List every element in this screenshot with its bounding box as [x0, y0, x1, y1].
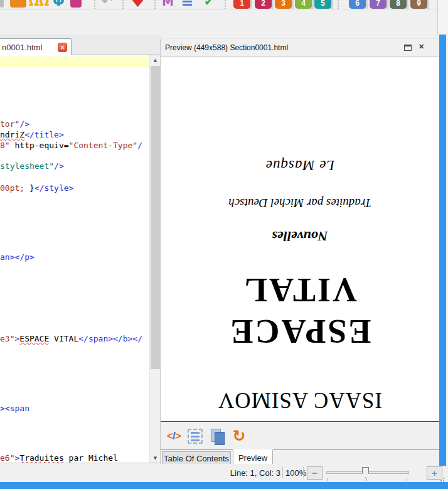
tab-label: n0001.html: [2, 43, 42, 52]
undock-icon[interactable]: [404, 45, 412, 51]
select-all-icon[interactable]: [188, 429, 203, 444]
desktop-edge-right: [439, 35, 446, 466]
scrollbar-thumb[interactable]: [151, 66, 160, 369]
sigil-window: ΩΩΦ↶♥M≡✔123456789 n0001.html ✕ tor"/>ndr…: [0, 0, 448, 489]
heading-9-icon[interactable]: 9: [410, 0, 427, 9]
book-title: ESPACE VITAL: [161, 269, 439, 352]
image-icon[interactable]: [10, 0, 26, 8]
index-list-icon[interactable]: ≡: [181, 0, 193, 9]
code-line: an></p>: [0, 252, 35, 263]
book-title-line1: ESPACE: [228, 313, 371, 350]
heading-1-icon[interactable]: 1: [233, 0, 250, 9]
rendered-page-rotated-180: ISAAC ASIMOV ESPACE VITAL Nouvelles Trad…: [161, 57, 439, 421]
heading-3-icon[interactable]: 3: [275, 0, 292, 9]
code-editor[interactable]: tor"/>ndriZ</title>8" http-equiv="Conten…: [0, 55, 161, 463]
code-line: e3">ESPACE VITAL</span></b></: [0, 334, 142, 345]
book-author: ISAAC ASIMOV: [161, 387, 439, 421]
top-right-corner: [437, 0, 448, 35]
code-line: 8" http-equiv="Content-Type"/: [0, 141, 142, 151]
toolbar-grip: [122, 0, 124, 9]
zoom-slider[interactable]: [326, 466, 409, 480]
preview-panel-header: Preview (449x588) Section0001.html ✕: [161, 39, 439, 56]
statusbar-divider: [303, 467, 304, 478]
refresh-icon[interactable]: ↻: [233, 428, 246, 444]
preview-viewport: ISAAC ASIMOV ESPACE VITAL Nouvelles Trad…: [161, 56, 439, 422]
preview-panel-title: Preview (449x588) Section0001.html: [165, 43, 288, 52]
book-translator: Traduites par Michel Deutsch: [161, 196, 439, 210]
toolbar-grip: [225, 0, 227, 9]
toolbar-grip: [154, 0, 156, 9]
scroll-up-icon[interactable]: ▲: [150, 55, 161, 65]
undo-icon[interactable]: ↶: [102, 0, 113, 9]
desktop-edge-bottom: [0, 482, 448, 489]
special-characters-icon[interactable]: ΩΩ: [29, 0, 49, 9]
clipped-icon[interactable]: [0, 0, 4, 8]
editor-tab-bar: n0001.html ✕: [0, 35, 161, 55]
toolbar-grip: [338, 0, 339, 9]
heading-5-icon[interactable]: 5: [314, 0, 331, 9]
tab-section0001[interactable]: n0001.html ✕: [0, 38, 72, 56]
donate-heart-icon[interactable]: ♥: [131, 0, 145, 9]
panel-close-icon[interactable]: ✕: [419, 43, 424, 51]
cursor-position: Line: 1, Col: 3: [230, 468, 280, 478]
editor-scrollbar[interactable]: ▲ ▼: [149, 55, 160, 463]
code-line: ><span: [0, 404, 29, 414]
tab-close-icon[interactable]: ✕: [58, 43, 67, 52]
resize-grip[interactable]: [439, 476, 444, 481]
zoom-slider-handle[interactable]: [362, 467, 369, 478]
clipped-pink-icon[interactable]: [70, 0, 82, 8]
code-line: stylesheet"/>: [0, 161, 64, 172]
heading-6-icon[interactable]: 6: [349, 0, 366, 9]
code-line: e6">Traduites par Michel: [0, 453, 118, 463]
book-title-line2: VITAL: [243, 271, 357, 309]
current-line-highlight: [0, 56, 149, 67]
code-line: tor"/>: [0, 119, 29, 130]
code-line: 00pt; }</style>: [0, 183, 73, 194]
inspect-source-icon[interactable]: </>: [167, 430, 181, 443]
main-toolbar: ΩΩΦ↶♥M≡✔123456789: [0, 0, 439, 9]
code-line: ndriZ</title>: [0, 130, 64, 141]
validate-check-icon[interactable]: ✔: [204, 0, 214, 9]
anchor-icon[interactable]: Φ: [53, 0, 65, 9]
heading-7-icon[interactable]: 7: [370, 0, 387, 9]
toolbar-grip: [94, 0, 96, 9]
heading-4-icon[interactable]: 4: [295, 0, 312, 9]
book-genre: Nouvelles: [161, 228, 439, 244]
zoom-out-button[interactable]: −: [307, 466, 323, 480]
copy-icon[interactable]: [210, 428, 226, 444]
chapter-title: Le Masque: [161, 157, 439, 173]
heading-8-icon[interactable]: 8: [390, 0, 407, 9]
metadata-editor-icon[interactable]: M: [162, 0, 174, 9]
statusbar-divider: [282, 467, 283, 478]
scroll-down-icon[interactable]: ▼: [150, 453, 161, 463]
status-bar: Line: 1, Col: 3 100% − +: [0, 464, 448, 482]
heading-2-icon[interactable]: 2: [255, 0, 272, 9]
preview-toolbar: </> ↻: [161, 422, 439, 449]
